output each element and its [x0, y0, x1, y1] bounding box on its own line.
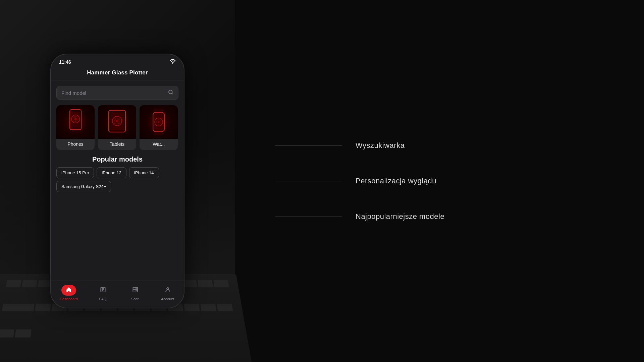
key	[2, 304, 35, 312]
key	[197, 280, 213, 287]
nav-scan-label: Scan	[131, 297, 140, 301]
nav-dashboard-icon-wrap	[61, 285, 76, 296]
category-phones[interactable]: Phones	[56, 105, 95, 150]
key	[216, 304, 233, 312]
time-display: 11:46	[59, 59, 71, 65]
svg-point-0	[172, 63, 173, 64]
left-background: 11:46 Hammer Glass Plotter	[0, 0, 235, 362]
category-watches[interactable]: Wat...	[140, 105, 178, 150]
phones-image	[56, 105, 95, 139]
popular-title: Popular models	[56, 156, 178, 163]
phone-screen: 11:46 Hammer Glass Plotter	[51, 54, 184, 308]
key	[5, 280, 21, 287]
app-title: Hammer Glass Plotter	[87, 69, 148, 76]
tablets-label: Tablets	[110, 139, 124, 150]
home-icon	[66, 287, 72, 294]
annotations-panel: Wyszukiwarka Personalizacja wyglądu Najp…	[235, 0, 644, 362]
nav-account[interactable]: Account	[160, 285, 175, 301]
key	[21, 280, 38, 287]
watches-image	[140, 105, 178, 139]
category-tablets[interactable]: Tablets	[98, 105, 136, 150]
key	[183, 304, 200, 312]
search-annotation-text: Wyszukiwarka	[342, 141, 405, 150]
nav-faq[interactable]: FAQ	[96, 285, 110, 301]
svg-point-40	[167, 288, 169, 290]
model-iphone12[interactable]: iPhone 12	[97, 167, 126, 178]
bottom-nav: Dashboard	[51, 281, 184, 308]
key	[14, 329, 32, 338]
popular-connector	[275, 217, 342, 217]
search-placeholder: Find model	[61, 90, 165, 96]
personalization-connector	[275, 181, 342, 181]
popular-section: Popular models iPhone 15 Pro iPhone 12 i…	[56, 156, 178, 192]
wifi-icon	[170, 59, 176, 65]
search-icon[interactable]	[168, 89, 173, 96]
faq-icon	[100, 287, 106, 294]
nav-dashboard-label: Dashboard	[60, 297, 78, 301]
search-connector	[275, 145, 342, 146]
account-icon	[165, 287, 171, 294]
phones-label: Phones	[67, 139, 83, 150]
popular-annotation-line: Najpopularniejsze modele	[275, 212, 604, 221]
nav-dashboard[interactable]: Dashboard	[60, 285, 78, 301]
svg-point-1	[169, 90, 172, 94]
svg-line-2	[172, 93, 173, 94]
phone-mockup: 11:46 Hammer Glass Plotter	[50, 54, 184, 308]
nav-account-icon-wrap	[160, 285, 175, 296]
status-bar: 11:46	[51, 54, 184, 67]
nav-faq-label: FAQ	[99, 297, 107, 301]
search-annotation-line: Wyszukiwarka	[275, 141, 604, 150]
nav-faq-icon-wrap	[96, 285, 110, 296]
model-samsung-s24[interactable]: Samsung Galaxy S24+	[56, 181, 111, 192]
nav-account-label: Account	[161, 297, 174, 301]
models-grid: iPhone 15 Pro iPhone 12 iPhone 14 Samsun…	[56, 167, 178, 192]
tablets-image	[98, 105, 136, 139]
search-bar[interactable]: Find model	[56, 86, 178, 100]
personalization-annotation-text: Personalizacja wyglądu	[342, 177, 436, 185]
app-content: Find model	[51, 80, 184, 281]
key	[0, 329, 15, 338]
key	[213, 280, 229, 287]
key	[35, 304, 51, 312]
svg-point-27	[158, 121, 160, 123]
key	[200, 304, 217, 312]
categories-row: Phones	[56, 105, 178, 150]
app-header: Hammer Glass Plotter	[51, 67, 184, 80]
nav-scan-icon-wrap	[128, 285, 143, 296]
phone-frame: 11:46 Hammer Glass Plotter	[50, 54, 184, 308]
popular-annotation-text: Najpopularniejsze modele	[342, 212, 444, 221]
scan-icon	[132, 287, 138, 294]
model-iphone15pro[interactable]: iPhone 15 Pro	[56, 167, 94, 178]
model-iphone14[interactable]: iPhone 14	[129, 167, 159, 178]
watches-label: Wat...	[153, 139, 165, 150]
personalization-annotation-line: Personalizacja wyglądu	[275, 177, 604, 185]
nav-scan[interactable]: Scan	[128, 285, 143, 301]
